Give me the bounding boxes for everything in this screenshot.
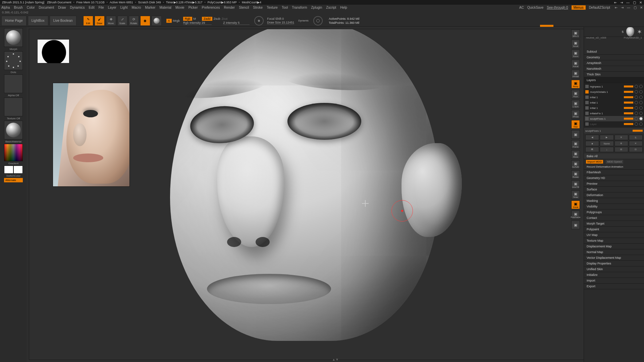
dock-line-fill[interactable]: ▣Line Fill (571, 180, 580, 189)
section-contact[interactable]: Contact (584, 215, 644, 221)
menu-dynamics[interactable]: Dynamics (70, 6, 85, 9)
section-polypaint[interactable]: Polypaint (584, 227, 644, 232)
section-visibility[interactable]: Visibility (584, 204, 644, 209)
menu-movie[interactable]: Movie (175, 6, 184, 9)
draw-size-slider[interactable]: Draw Size 15.12451 (267, 21, 294, 24)
layer-tool-button[interactable]: ⊟ (629, 147, 643, 152)
dynamic-toggle[interactable]: Dynamic (298, 19, 309, 22)
layer-row[interactable]: Layer (585, 121, 643, 127)
sculpt-mesh[interactable] (157, 29, 459, 344)
draw-size-widget[interactable] (313, 16, 323, 25)
current-layer-name[interactable]: sculptFixes 1 (585, 129, 633, 132)
maximize-icon[interactable]: ▢ (633, 1, 636, 4)
menu-help[interactable]: Help (340, 6, 347, 9)
z-intensity-slider[interactable]: Z Intensity 5 (223, 21, 250, 25)
section-unified-skin[interactable]: Unified Skin (584, 266, 644, 272)
section-preview[interactable]: Preview (584, 181, 644, 187)
stroke-slot[interactable] (4, 51, 23, 70)
dock-move[interactable]: ▣Move (571, 150, 580, 159)
dock-polyframe[interactable]: ▣PolyFrame (571, 210, 580, 219)
menu-file[interactable]: File (99, 6, 104, 9)
texture-slot[interactable] (4, 98, 23, 116)
alternate-button[interactable]: Alternate (4, 178, 23, 182)
dock-snap[interactable]: ▣Snap (571, 190, 580, 199)
eye-icon[interactable] (635, 117, 638, 120)
section-polygroups[interactable]: Polygroups (584, 209, 644, 215)
layer-slider[interactable] (624, 112, 633, 114)
import-mdd-button[interactable]: Import MDD (586, 160, 603, 164)
move-mode-button[interactable]: ✥Move (106, 16, 116, 26)
home-page-button[interactable]: Home Page (1, 16, 26, 26)
color-picker[interactable] (4, 144, 23, 161)
layer-row[interactable]: morphDetails 1 (585, 89, 643, 95)
layer-slider[interactable] (624, 85, 633, 87)
dock-left-icon[interactable]: ⇤ (615, 6, 618, 9)
gizmo-button[interactable]: ◉ (140, 16, 150, 26)
menu-transform[interactable]: Transform (292, 6, 307, 9)
record-icon[interactable] (639, 117, 643, 120)
layer-row[interactable]: inflat 1 (585, 100, 643, 105)
menu-texture[interactable]: Texture (267, 6, 278, 9)
section-texture-map[interactable]: Texture Map (584, 238, 644, 244)
dock-l-sym[interactable]: ▣L.Sym (571, 100, 580, 109)
section-display-properties[interactable]: Display Properties (584, 261, 644, 266)
section-displacement-map[interactable]: Displacement Map (584, 244, 644, 249)
layer-row[interactable]: sculptFixes 1 (585, 116, 643, 121)
record-icon[interactable] (639, 122, 643, 126)
section-import[interactable]: Import (584, 278, 644, 284)
section-layers[interactable]: Layers (584, 77, 644, 83)
eye-icon[interactable] (635, 85, 638, 88)
zsub-toggle[interactable]: Zsub (214, 17, 220, 20)
menu-draw[interactable]: Draw (58, 6, 66, 9)
rgb-toggle[interactable]: Rgb (183, 17, 192, 21)
menu-material[interactable]: Material (159, 6, 171, 9)
layer-tool-button[interactable]: ↕ (600, 147, 613, 152)
section-normal-map[interactable]: Normal Map (584, 249, 644, 255)
layer-intensity-slider[interactable] (633, 130, 643, 132)
section-uv-map[interactable]: UV Map (584, 232, 644, 238)
main-color-swatch[interactable] (4, 166, 13, 174)
expand-bottom-icon[interactable]: ▲▼ (332, 358, 339, 361)
dock-rotate[interactable]: ▣Rotate (571, 170, 580, 179)
tool-thumbnail[interactable] (626, 27, 634, 37)
eye-icon[interactable] (635, 106, 638, 110)
rotate-mode-button[interactable]: ⟳Rotate (129, 16, 139, 26)
section-subtool[interactable]: Subtool (584, 49, 644, 55)
dock-left-icon[interactable]: ⇤ (614, 1, 617, 4)
menu-render[interactable]: Render (224, 6, 235, 9)
dock-grade[interactable]: ▣Grade (571, 200, 580, 209)
dock-btn[interactable]: ▣ (571, 221, 580, 229)
section-thick-skin[interactable]: Thick Skin (584, 72, 644, 77)
dock-zoom[interactable]: ▣Zoom (571, 50, 580, 58)
record-icon[interactable] (639, 106, 643, 110)
section-deformation[interactable]: Deformation (584, 192, 644, 198)
gradient-label[interactable]: Gradient (8, 162, 19, 165)
layer-slider[interactable] (624, 96, 633, 98)
section-initialize[interactable]: Initialize (584, 272, 644, 278)
section-geometry-hd[interactable]: Geometry HD (584, 175, 644, 181)
menu-menus[interactable]: Menus (572, 5, 586, 10)
dock-floor[interactable]: ▣Floor (571, 90, 580, 99)
section-nanomesh[interactable]: NanoMesh (584, 66, 644, 72)
menu-preferences[interactable]: Preferences (202, 6, 220, 9)
dock-gotoid[interactable]: ▣GoToID (571, 160, 580, 169)
section-arraymesh[interactable]: ArrayMesh (584, 60, 644, 66)
layer-slider[interactable] (624, 123, 633, 125)
tool-name-2[interactable]: PolyMesh3D_1 (624, 36, 642, 39)
menu-alpha[interactable]: Alpha (1, 6, 10, 9)
mdd-speed-button[interactable]: MDD Speed (606, 160, 623, 164)
viewport[interactable] (29, 29, 642, 360)
menu-tool[interactable]: Tool (282, 6, 288, 9)
layer-slider[interactable] (624, 91, 633, 93)
dock-frame[interactable]: ▣Frame (571, 140, 580, 149)
menu-quicksave[interactable]: QuickSave (527, 6, 543, 9)
alpha-slot[interactable] (4, 74, 23, 93)
record-icon[interactable] (639, 112, 643, 115)
menu-zplugin[interactable]: Zplugin (311, 6, 322, 9)
menu-color[interactable]: Color (27, 6, 35, 9)
draw-mode-button[interactable]: 🖌Draw (95, 16, 105, 26)
record-icon[interactable] (639, 85, 643, 88)
layer-slider[interactable] (624, 118, 633, 120)
eye-icon[interactable] (635, 122, 638, 126)
dock-persp[interactable]: ▣Persp (571, 80, 580, 88)
